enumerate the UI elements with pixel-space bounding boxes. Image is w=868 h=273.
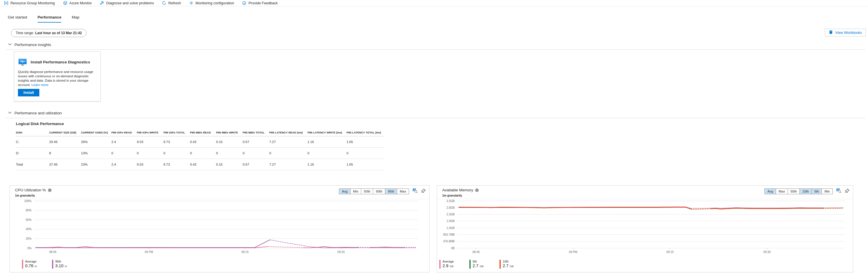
refresh-button[interactable]: Refresh xyxy=(162,1,181,5)
provide-feedback-button[interactable]: Provide Feedback xyxy=(242,1,278,5)
svg-text:1.4GB: 1.4GB xyxy=(446,226,455,229)
svg-text:953.7MB: 953.7MB xyxy=(443,233,455,236)
memory-chart-legend: Average 2.9 GB 5th 2.7 GB 10th 2.7 GB xyxy=(439,260,520,269)
table-column-header: P95 LATENCY READ (ms) xyxy=(269,129,307,136)
table-cell: 0 xyxy=(216,148,243,159)
table-cell: C: xyxy=(16,136,49,148)
table-cell: 9.03 xyxy=(137,159,163,170)
refresh-icon xyxy=(162,1,166,5)
section-divider xyxy=(6,50,865,50)
smiley-icon xyxy=(242,1,246,5)
resource-group-monitoring-button[interactable]: Resource Group Monitoring xyxy=(4,1,55,5)
percentile-button-min[interactable]: Min xyxy=(350,188,362,194)
table-column-header: P95 MB/s READ xyxy=(190,129,216,136)
view-in-logs-icon[interactable] xyxy=(412,188,418,194)
percentile-button-50th[interactable]: 50th xyxy=(361,188,373,194)
svg-text:0%: 0% xyxy=(28,247,32,250)
table-cell: 0.42 xyxy=(190,136,216,148)
azure-monitor-icon xyxy=(63,1,67,5)
learn-more-link[interactable]: Learn more xyxy=(32,83,49,87)
legend-swatch xyxy=(22,260,23,269)
percentile-button-50th[interactable]: 50th xyxy=(787,188,800,194)
table-cell: 9.73 xyxy=(163,159,190,170)
legend-value: 0.76 xyxy=(25,264,33,268)
svg-text:100%: 100% xyxy=(24,199,32,203)
azure-monitor-button[interactable]: Azure Monitor xyxy=(63,1,92,5)
svg-text:80%: 80% xyxy=(26,209,32,212)
table-cell: 0 xyxy=(269,148,307,159)
memory-chart-canvas[interactable]: 3.3GB2.8GB2.3GB1.9GB1.4GB953.7MB476.8MB0… xyxy=(439,199,851,256)
cpu-chart-title: CPU Utilization % xyxy=(15,188,46,192)
workbooks-label: View Workbooks xyxy=(835,31,862,35)
chevron-down-icon xyxy=(8,42,12,47)
percentile-button-5th[interactable]: 5th xyxy=(811,188,822,194)
percentile-button-95th[interactable]: 95th xyxy=(385,188,397,194)
table-cell: D: xyxy=(16,148,49,159)
percentile-button-10th[interactable]: 10th xyxy=(800,188,812,194)
svg-text:09 PM: 09 PM xyxy=(569,250,577,254)
table-cell: 0.57 xyxy=(243,159,269,170)
svg-text:476.8MB: 476.8MB xyxy=(443,240,455,243)
tab-get-started[interactable]: Get started xyxy=(8,15,27,23)
view-workbooks-button[interactable]: View Workbooks xyxy=(825,29,866,36)
legend-item-average[interactable]: Average 2.9 GB xyxy=(439,260,460,269)
table-cell: 0.42 xyxy=(190,159,216,170)
section-performance-insights[interactable]: Performance insights xyxy=(8,42,51,47)
table-cell: Total xyxy=(16,159,49,170)
time-range-pill[interactable]: Time range: Last hour as of 13 Mar 21:42 xyxy=(11,29,87,37)
cpu-chart-canvas[interactable]: 100%80%60%40%20%0%08:4509 PM09:1509:30 xyxy=(11,199,428,256)
table-header-row: DISKCURRENT SIZE (GB)CURRENT USED (%)P95… xyxy=(16,129,384,136)
legend-label: Average xyxy=(25,260,37,264)
percentile-button-group: AvgMin50th90th95thMax xyxy=(339,188,409,194)
pin-icon[interactable] xyxy=(845,188,849,194)
info-icon[interactable]: i xyxy=(475,188,479,192)
legend-item-95th[interactable]: 95th 3.10 % xyxy=(52,260,73,269)
section-title: Performance insights xyxy=(14,43,51,47)
pin-icon[interactable] xyxy=(421,188,426,194)
workbooks-icon xyxy=(829,30,833,35)
section-performance-utilization[interactable]: Performance and utilization xyxy=(8,111,62,115)
legend-unit: % xyxy=(64,265,67,268)
svg-text:08:45: 08:45 xyxy=(49,250,56,254)
table-column-header: P95 IOPs WRITE xyxy=(137,129,163,136)
percentile-button-max[interactable]: Max xyxy=(397,188,409,194)
legend-swatch xyxy=(52,260,53,269)
table-column-header: P95 IOPs READ xyxy=(111,129,137,136)
percentile-button-avg[interactable]: Avg xyxy=(765,188,776,194)
table-column-header: CURRENT SIZE (GB) xyxy=(49,129,81,136)
chart-header: CPU Utilization % i 1m granularity AvgMi… xyxy=(10,186,429,199)
svg-text:09:15: 09:15 xyxy=(666,250,674,254)
legend-item-10th[interactable]: 10th 2.7 GB xyxy=(499,260,520,269)
table-cell: 29.45 xyxy=(49,136,81,148)
percentile-button-90th[interactable]: 90th xyxy=(373,188,385,194)
info-icon[interactable]: i xyxy=(48,188,52,192)
svg-text:09:30: 09:30 xyxy=(338,250,345,254)
time-range-value: Last hour as of 13 Mar 21:42 xyxy=(35,31,82,35)
table-column-header: P95 LATENCY WRITE (ms) xyxy=(307,129,346,136)
table-cell: 1.65 xyxy=(346,136,384,148)
legend-item-average[interactable]: Average 0.76 % xyxy=(22,260,43,269)
legend-item-5th[interactable]: 5th 2.7 GB xyxy=(469,260,490,269)
percentile-button-max[interactable]: Max xyxy=(776,188,788,194)
tab-map[interactable]: Map xyxy=(72,15,79,23)
table-cell: 26% xyxy=(81,136,111,148)
install-button[interactable]: Install xyxy=(18,89,39,97)
legend-swatch xyxy=(499,260,501,269)
percentile-button-min[interactable]: Min xyxy=(822,188,833,194)
table-row: C:29.4526%2.49.039.730.420.150.577.271.1… xyxy=(16,136,384,148)
view-in-logs-icon[interactable] xyxy=(836,188,841,194)
time-range-prefix: Time range: xyxy=(16,31,34,35)
card-body-text: Quickly diagnose performance and resourc… xyxy=(18,70,93,87)
svg-text:3.3GB: 3.3GB xyxy=(446,199,455,203)
table-column-header: P95 IOPs TOTAL xyxy=(163,129,190,136)
wrench-icon xyxy=(100,1,104,5)
monitoring-configuration-button[interactable]: Monitoring configuration xyxy=(189,1,234,5)
available-memory-chart-card: Available Memory i 1m granularity AvgMax… xyxy=(437,185,853,272)
section-title: Performance and utilization xyxy=(14,111,62,115)
table-cell: 9.03 xyxy=(137,136,163,148)
percentile-button-avg[interactable]: Avg xyxy=(339,188,350,194)
granularity-label: 1m granularity xyxy=(15,194,35,197)
tab-performance[interactable]: Performance xyxy=(38,15,62,23)
diagnose-solve-problems-button[interactable]: Diagnose and solve problems xyxy=(100,1,154,5)
table-column-header: P95 MB/s TOTAL xyxy=(243,129,269,136)
